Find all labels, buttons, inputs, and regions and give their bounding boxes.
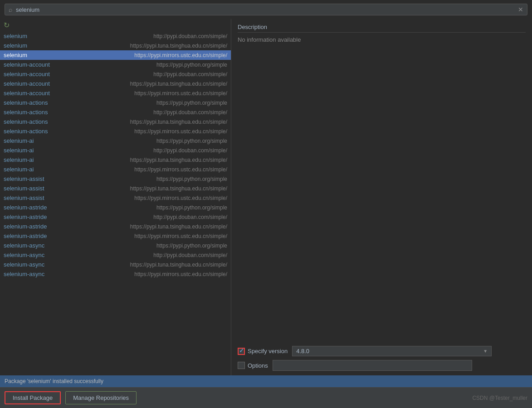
options-row: Options (238, 360, 526, 371)
search-icon: ⌕ (9, 6, 12, 13)
package-source: https://pypi.tuna.tsinghua.edu.cn/simple… (130, 185, 227, 192)
package-name: selenium-actions (4, 118, 48, 125)
package-source: https://pypi.tuna.tsinghua.edu.cn/simple… (130, 119, 227, 125)
specify-version-checkbox[interactable] (238, 348, 245, 355)
package-name: selenium (4, 42, 27, 49)
package-row[interactable]: seleniumhttp://pypi.douban.com/simple/ (0, 31, 231, 41)
package-name: selenium-account (4, 71, 50, 78)
package-name: selenium-ai (4, 166, 34, 173)
options-checkbox[interactable] (238, 362, 245, 369)
package-source: https://pypi.mirrors.ustc.edu.cn/simple/ (134, 128, 227, 135)
package-name: selenium-account (4, 90, 50, 97)
button-bar-left: Install Package Manage Repositories (5, 391, 137, 404)
package-row[interactable]: selenium-aihttps://pypi.tuna.tsinghua.ed… (0, 155, 231, 165)
package-source: https://pypi.python.org/simple (156, 138, 227, 144)
package-row[interactable]: selenium-aihttp://pypi.douban.com/simple… (0, 146, 231, 155)
package-name: selenium-astride (4, 233, 47, 239)
package-row[interactable]: selenium-asynchttps://pypi.python.org/si… (0, 241, 231, 250)
options-input[interactable] (273, 360, 472, 371)
package-source: http://pypi.douban.com/simple/ (153, 109, 227, 116)
package-source: https://pypi.tuna.tsinghua.edu.cn/simple… (130, 43, 227, 49)
package-row[interactable]: selenium-astridehttps://pypi.python.org/… (0, 203, 231, 212)
package-row[interactable]: selenium-aihttps://pypi.python.org/simpl… (0, 136, 231, 146)
package-row[interactable]: selenium-assisthttps://pypi.python.org/s… (0, 174, 231, 184)
package-source: https://pypi.mirrors.ustc.edu.cn/simple/ (134, 90, 227, 97)
search-bar: ⌕ selenium ✕ (5, 4, 527, 15)
package-name: selenium (4, 33, 27, 39)
package-row[interactable]: selenium-astridehttps://pypi.mirrors.ust… (0, 231, 231, 241)
package-row[interactable]: selenium-accounthttps://pypi.python.org/… (0, 60, 231, 69)
package-name: selenium-async (4, 252, 44, 258)
install-package-button[interactable]: Install Package (5, 391, 61, 404)
package-name: selenium-assist (4, 185, 44, 192)
package-row[interactable]: selenium-assisthttps://pypi.mirrors.ustc… (0, 193, 231, 203)
dropdown-arrow-icon: ▼ (483, 349, 488, 354)
main-content: ↻ seleniumhttp://pypi.douban.com/simple/… (0, 19, 532, 375)
version-value: 4.8.0 (296, 348, 309, 355)
package-source: https://pypi.mirrors.ustc.edu.cn/simple/ (134, 52, 227, 58)
button-bar: Install Package Manage Repositories CSDN… (0, 387, 532, 408)
specify-version-label: Specify version (248, 348, 288, 355)
manage-repositories-button[interactable]: Manage Repositories (65, 391, 137, 404)
package-source: https://pypi.tuna.tsinghua.edu.cn/simple… (130, 81, 227, 87)
package-row[interactable]: selenium-actionshttps://pypi.python.org/… (0, 98, 231, 107)
package-row[interactable]: selenium-astridehttps://pypi.tuna.tsingh… (0, 222, 231, 231)
package-row[interactable]: seleniumhttps://pypi.mirrors.ustc.edu.cn… (0, 50, 231, 60)
package-name: selenium-assist (4, 194, 44, 201)
package-row[interactable]: selenium-asynchttps://pypi.mirrors.ustc.… (0, 269, 231, 279)
version-dropdown[interactable]: 4.8.0 ▼ (292, 346, 492, 356)
package-name: selenium-assist (4, 175, 44, 182)
package-name: selenium-astride (4, 223, 47, 230)
options-label: Options (248, 362, 268, 369)
package-row[interactable]: selenium-accounthttp://pypi.douban.com/s… (0, 69, 231, 79)
package-source: https://pypi.python.org/simple (156, 176, 227, 182)
close-icon[interactable]: ✕ (518, 6, 523, 13)
package-name: selenium-astride (4, 214, 47, 220)
package-row[interactable]: selenium-asynchttp://pypi.douban.com/sim… (0, 250, 231, 260)
package-source: https://pypi.tuna.tsinghua.edu.cn/simple… (130, 223, 227, 230)
specify-version-row: Specify version 4.8.0 ▼ (238, 346, 526, 356)
package-name: selenium-ai (4, 156, 34, 163)
package-name: selenium-actions (4, 99, 48, 106)
package-source: http://pypi.douban.com/simple/ (153, 33, 227, 39)
package-row[interactable]: selenium-aihttps://pypi.mirrors.ustc.edu… (0, 165, 231, 174)
package-source: https://pypi.python.org/simple (156, 204, 227, 211)
package-row[interactable]: selenium-accounthttps://pypi.mirrors.ust… (0, 88, 231, 98)
package-name: selenium-account (4, 61, 50, 68)
package-row[interactable]: selenium-asynchttps://pypi.tuna.tsinghua… (0, 260, 231, 269)
package-source: https://pypi.mirrors.ustc.edu.cn/simple/ (134, 166, 227, 173)
package-name: selenium-ai (4, 147, 34, 154)
status-message: Package 'selenium' installed successfull… (5, 378, 103, 384)
package-source: https://pypi.python.org/simple (156, 243, 227, 249)
package-name: selenium-async (4, 261, 44, 268)
package-source: https://pypi.python.org/simple (156, 100, 227, 106)
package-name: selenium-ai (4, 137, 34, 144)
package-row[interactable]: selenium-actionshttps://pypi.mirrors.ust… (0, 126, 231, 136)
package-source: https://pypi.tuna.tsinghua.edu.cn/simple… (130, 262, 227, 268)
package-row[interactable]: selenium-accounthttps://pypi.tuna.tsingh… (0, 79, 231, 88)
watermark: CSDN @Tester_muller (472, 395, 527, 401)
controls-section: Specify version 4.8.0 ▼ Options (231, 341, 532, 375)
package-row[interactable]: selenium-astridehttp://pypi.douban.com/s… (0, 212, 231, 222)
package-source: http://pypi.douban.com/simple/ (153, 252, 227, 258)
refresh-button[interactable]: ↻ (0, 19, 231, 31)
left-panel: ↻ seleniumhttp://pypi.douban.com/simple/… (0, 19, 231, 375)
package-list: seleniumhttp://pypi.douban.com/simple/se… (0, 31, 231, 375)
options-checkbox-wrapper: Options (238, 362, 268, 369)
package-row[interactable]: selenium-actionshttps://pypi.tuna.tsingh… (0, 117, 231, 126)
search-input[interactable]: selenium (16, 6, 514, 13)
package-row[interactable]: seleniumhttps://pypi.tuna.tsinghua.edu.c… (0, 41, 231, 50)
package-name: selenium-async (4, 242, 44, 249)
right-panel: Description No information available Spe… (231, 19, 532, 375)
description-body: No information available (238, 36, 526, 43)
package-row[interactable]: selenium-assisthttps://pypi.tuna.tsinghu… (0, 184, 231, 193)
package-name: selenium-actions (4, 109, 48, 116)
package-source: https://pypi.mirrors.ustc.edu.cn/simple/ (134, 233, 227, 239)
package-source: https://pypi.mirrors.ustc.edu.cn/simple/ (134, 195, 227, 201)
status-bar: Package 'selenium' installed successfull… (0, 375, 532, 387)
package-name: selenium-astride (4, 204, 47, 211)
package-row[interactable]: selenium-actionshttp://pypi.douban.com/s… (0, 107, 231, 117)
specify-version-checkbox-wrapper: Specify version (238, 348, 288, 355)
package-source: http://pypi.douban.com/simple/ (153, 147, 227, 154)
package-name: selenium (4, 52, 27, 58)
